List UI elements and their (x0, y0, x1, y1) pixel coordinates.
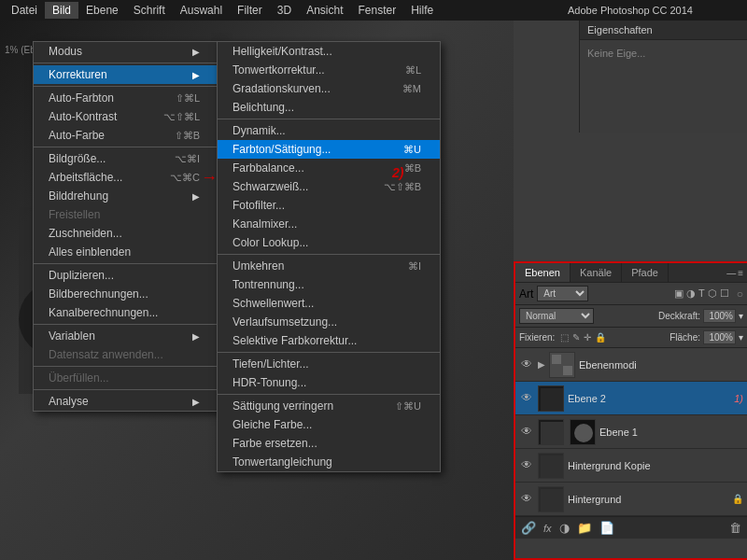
menu-bild[interactable]: Bild (45, 2, 78, 19)
delete-layer-icon[interactable]: 🗑 (729, 521, 741, 535)
link-layers-icon[interactable]: 🔗 (521, 521, 536, 535)
layer-thumbnail-hintergrund (538, 486, 564, 512)
menu-gradationskurven[interactable]: Gradationskurven... ⌘M (218, 79, 440, 98)
visibility-icon-ebene1[interactable]: 👁 (519, 425, 534, 440)
collapse-icon[interactable]: — (726, 268, 736, 278)
tab-kanaele[interactable]: Kanäle (571, 263, 622, 282)
menu-fenster[interactable]: Fenster (350, 2, 403, 19)
pixel-icon[interactable]: ▣ (674, 287, 684, 300)
menu-auswahl[interactable]: Auswahl (173, 2, 230, 19)
selektive-farbkorrektur-label: Selektive Farbkorrektur... (233, 334, 357, 347)
menu-saettigung-verringern[interactable]: Sättigung verringern ⇧⌘U (218, 397, 440, 415)
menu-belichtung[interactable]: Belichtung... (218, 98, 440, 117)
visibility-icon-ebenenmodi[interactable]: 👁 (519, 357, 534, 372)
menu-schwarzweiss[interactable]: Schwarzweiß... ⌥⇧⌘B (218, 177, 440, 196)
menu-ansicht[interactable]: Ansicht (299, 2, 350, 19)
visibility-icon-ebene2[interactable]: 👁 (519, 391, 534, 406)
smart-icon[interactable]: ☐ (720, 287, 729, 300)
visibility-icon-hintergrund-kopie[interactable]: 👁 (519, 458, 534, 473)
menu-tontrennung[interactable]: Tontrennung... (218, 275, 440, 294)
menu-kanalmixer[interactable]: Kanalmixer... (218, 215, 440, 233)
menu-helligkeit-kontrast[interactable]: Helligkeit/Kontrast... (218, 42, 440, 61)
layer-row-ebene2[interactable]: 👁 Ebene 2 1) (515, 382, 747, 415)
fill-label: Fläche: (669, 332, 700, 343)
auto-farbe-shortcut: ⇧⌘B (175, 130, 200, 142)
menu-tonwertkorrektur[interactable]: Tonwertkorrektur... ⌘L (218, 61, 440, 79)
menu-auto-kontrast[interactable]: Auto-Kontrast ⌥⇧⌘L (34, 107, 218, 126)
menu-ebene[interactable]: Ebene (78, 2, 126, 19)
properties-title: Eigenschaften (580, 21, 747, 40)
menu-bildberechnungen[interactable]: Bildberechnungen... (34, 285, 218, 303)
menu-bildgroesse[interactable]: Bildgröße... ⌥⌘I (34, 149, 218, 168)
lock-position-icon[interactable]: ✛ (584, 332, 591, 343)
menu-umkehren[interactable]: Umkehren ⌘I (218, 257, 440, 275)
filter-toggle[interactable]: ○ (737, 287, 743, 301)
menu-selektive-farbkorrektur[interactable]: Selektive Farbkorrektur... (218, 331, 440, 350)
menu-color-lookup[interactable]: Color Lookup... (218, 233, 440, 252)
panel-menu-icon[interactable]: ≡ (738, 268, 743, 278)
layer-row-ebenenmodi[interactable]: 👁 ▶ Ebenenmodi (515, 348, 747, 382)
menu-auto-farbton[interactable]: Auto-Farbton ⇧⌘L (34, 89, 218, 107)
menu-farbe-ersetzen[interactable]: Farbe ersetzen... (218, 434, 440, 453)
fill-input[interactable] (703, 330, 736, 344)
menu-farbbalance[interactable]: Farbbalance... ⌘B (218, 159, 440, 177)
text-icon[interactable]: T (698, 287, 705, 300)
group-arrow-icon[interactable]: ▶ (538, 359, 545, 370)
sep2 (34, 86, 218, 87)
menu-arbeitsflaeche[interactable]: Arbeitsfläche... ⌥⌘C (34, 168, 218, 187)
search-filter-select[interactable]: Art (537, 286, 588, 301)
adjustment-icon[interactable]: ◑ (686, 287, 696, 300)
lock-pixels-icon[interactable]: ✎ (572, 332, 580, 343)
menu-bilddrehung[interactable]: Bilddrehung ▶ (34, 187, 218, 205)
menu-analyse[interactable]: Analyse ▶ (34, 392, 218, 411)
menu-kanalberechnungen[interactable]: Kanalberechnungen... (34, 303, 218, 322)
bilddrehung-arrow: ▶ (192, 191, 200, 202)
menu-auto-farbe[interactable]: Auto-Farbe ⇧⌘B (34, 126, 218, 145)
menu-hilfe[interactable]: Hilfe (403, 2, 441, 19)
layer-row-hintergrund[interactable]: 👁 Hintergrund 🔒 (515, 483, 747, 516)
layer-row-hintergrund-kopie[interactable]: 👁 Hintergrund Kopie (515, 449, 747, 483)
menu-filter[interactable]: Filter (230, 2, 270, 19)
menu-zuschneiden[interactable]: Zuschneiden... (34, 224, 218, 243)
auto-farbton-shortcut: ⇧⌘L (176, 92, 200, 105)
adjustment-layer-icon[interactable]: ◑ (559, 521, 570, 535)
menu-schrift[interactable]: Schrift (126, 2, 173, 19)
visibility-icon-hintergrund[interactable]: 👁 (519, 492, 534, 507)
menu-korrekturen[interactable]: Korrekturen ▶ (34, 65, 218, 84)
menu-duplizieren[interactable]: Duplizieren... (34, 266, 218, 285)
menu-gleiche-farbe[interactable]: Gleiche Farbe... (218, 415, 440, 434)
menu-alles-einblenden[interactable]: Alles einblenden (34, 243, 218, 261)
menu-3d[interactable]: 3D (270, 2, 299, 19)
layer-row-ebene1[interactable]: 👁 Ebene 1 (515, 415, 747, 449)
menu-hdr-tonung[interactable]: HDR-Tonung... (218, 373, 440, 392)
layer-name-ebene1: Ebene 1 (599, 427, 743, 438)
gleiche-farbe-label: Gleiche Farbe... (233, 418, 312, 431)
tab-ebenen[interactable]: Ebenen (515, 263, 571, 282)
blend-mode-select[interactable]: Normal (519, 308, 594, 324)
new-layer-icon[interactable]: 📄 (599, 521, 614, 535)
menu-farbton-saettigung[interactable]: Farbton/Sättigung... ⌘U (218, 140, 440, 159)
menu-dynamik[interactable]: Dynamik... (218, 121, 440, 140)
menu-verlaufsumsetzung[interactable]: Verlaufsumsetzung... (218, 313, 440, 331)
menu-datei[interactable]: Datei (4, 2, 45, 19)
menu-schwellenwert[interactable]: Schwellenwert... (218, 294, 440, 313)
lock-all-icon[interactable]: 🔒 (595, 332, 606, 343)
svg-rect-7 (552, 355, 561, 364)
tab-pfade[interactable]: Pfade (622, 263, 669, 282)
menu-modus[interactable]: Modus ▶ (34, 42, 218, 61)
fill-arrow[interactable]: ▾ (739, 332, 743, 343)
menu-fotofilter[interactable]: Fotofilter... (218, 196, 440, 215)
menu-variablen[interactable]: Variablen ▶ (34, 327, 218, 345)
shape-icon[interactable]: ⬡ (708, 287, 717, 300)
layer-name-hintergrund: Hintergrund (568, 494, 728, 505)
menu-tiefen-lichter[interactable]: Tiefen/Lichter... (218, 355, 440, 373)
opacity-input[interactable] (703, 309, 736, 323)
opacity-arrow[interactable]: ▾ (739, 311, 743, 321)
bild-dropdown[interactable]: Modus ▶ Korrekturen ▶ Auto-Farbton ⇧⌘L A… (33, 41, 219, 412)
menu-tonwertangleichung[interactable]: Tonwertangleichung (218, 453, 440, 471)
layers-tab-controls: — ≡ (723, 266, 747, 280)
lock-transparent-icon[interactable]: ⬚ (560, 332, 569, 343)
fx-icon[interactable]: fx (543, 523, 552, 534)
korrekturen-dropdown[interactable]: Helligkeit/Kontrast... Tonwertkorrektur.… (217, 41, 441, 472)
group-layer-icon[interactable]: 📁 (577, 521, 592, 535)
